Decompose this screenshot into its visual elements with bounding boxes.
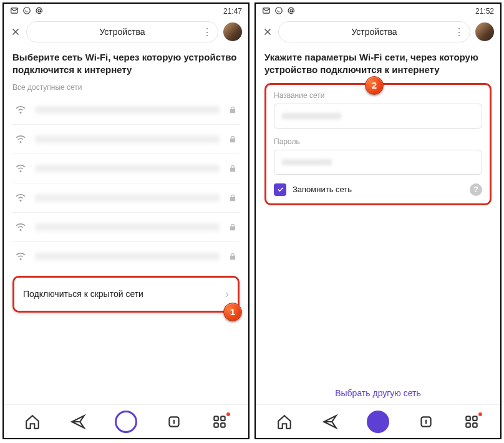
mail-icon (262, 6, 271, 17)
app-header: Устройства ⋮ (256, 17, 500, 49)
other-network-link[interactable]: Выбрать другую сеть (264, 388, 492, 404)
nav-send-icon[interactable] (322, 414, 338, 430)
remember-checkbox[interactable] (274, 183, 286, 196)
wifi-ssid-blurred (35, 253, 220, 260)
wifi-list-item[interactable] (12, 125, 240, 154)
page-heading: Укажите параметры Wi-Fi сети, через кото… (264, 51, 492, 77)
whatsapp-icon (22, 6, 31, 17)
close-icon[interactable] (262, 26, 273, 37)
svg-rect-13 (473, 416, 477, 421)
wifi-icon (15, 163, 26, 174)
callout-form: 2 Название сети Пароль Запомнить сеть ? (264, 83, 492, 205)
wifi-list-item[interactable] (12, 242, 240, 271)
header-pill[interactable]: Устройства ⋮ (26, 21, 218, 42)
nav-home-icon[interactable] (24, 414, 41, 430)
svg-rect-6 (214, 423, 218, 427)
wifi-icon (15, 192, 26, 203)
nav-grid-icon[interactable] (211, 414, 228, 430)
section-subhead: Все доступные сети (12, 83, 240, 92)
header-pill[interactable]: Устройства ⋮ (278, 21, 470, 42)
bottom-nav (256, 404, 500, 438)
status-bar: 21:47 (4, 4, 248, 17)
wifi-ssid-blurred (35, 135, 220, 143)
header-title: Устройства (99, 27, 145, 37)
close-icon[interactable] (10, 26, 21, 37)
status-bar: 21:52 (256, 4, 500, 17)
phone-screen-left: 21:47 Устройства ⋮ Выберите сеть Wi-Fi, … (2, 2, 250, 439)
password-label: Пароль (274, 137, 482, 146)
ssid-input[interactable] (274, 104, 482, 129)
ssid-value-blurred (282, 113, 341, 119)
wifi-list (12, 95, 240, 271)
whatsapp-icon (274, 6, 283, 17)
svg-point-2 (38, 9, 41, 11)
nav-alice-icon[interactable] (115, 411, 137, 433)
more-icon[interactable]: ⋮ (454, 26, 463, 38)
notification-dot (226, 412, 230, 416)
more-icon[interactable]: ⋮ (202, 26, 211, 38)
clock-time: 21:52 (475, 7, 494, 16)
lock-icon (228, 135, 237, 144)
wifi-icon (15, 104, 26, 115)
phone-screen-right: 21:52 Устройства ⋮ Укажите параметры Wi-… (254, 2, 502, 439)
wifi-ssid-blurred (35, 194, 220, 202)
annotation-badge: 2 (365, 76, 384, 95)
nav-home-icon[interactable] (276, 414, 293, 430)
notification-dot (478, 412, 482, 416)
svg-rect-5 (221, 416, 225, 421)
svg-rect-12 (466, 416, 470, 421)
annotation-badge: 1 (223, 303, 242, 321)
wifi-icon (15, 221, 26, 233)
lock-icon (228, 164, 237, 173)
at-icon (35, 6, 44, 17)
wifi-list-item[interactable] (12, 183, 240, 213)
header-title: Устройства (351, 27, 397, 37)
svg-rect-14 (466, 423, 470, 427)
lock-icon (228, 223, 237, 231)
password-value-blurred (282, 159, 332, 165)
nav-send-icon[interactable] (70, 414, 86, 430)
svg-point-10 (290, 9, 293, 11)
wifi-list-item[interactable] (12, 95, 240, 125)
wifi-icon (15, 251, 26, 262)
lock-icon (228, 193, 237, 202)
hidden-network-button[interactable]: Подключиться к скрытой сети › (14, 278, 238, 311)
mail-icon (10, 6, 19, 17)
at-icon (287, 6, 296, 17)
svg-point-9 (276, 7, 283, 14)
svg-rect-15 (473, 423, 477, 427)
avatar[interactable] (223, 22, 242, 41)
nav-alice-icon[interactable] (367, 411, 389, 433)
app-header: Устройства ⋮ (4, 17, 248, 49)
wifi-ssid-blurred (35, 106, 220, 114)
wifi-ssid-blurred (35, 223, 220, 231)
svg-rect-4 (214, 416, 218, 421)
help-icon[interactable]: ? (470, 183, 482, 196)
clock-time: 21:47 (223, 7, 242, 16)
chevron-right-icon: › (225, 288, 229, 301)
password-input[interactable] (274, 150, 482, 175)
wifi-icon (15, 134, 26, 145)
wifi-list-item[interactable] (12, 213, 240, 242)
bottom-nav (4, 404, 248, 438)
nav-tabs-icon[interactable] (418, 414, 434, 430)
nav-tabs-icon[interactable] (166, 414, 182, 430)
svg-rect-7 (221, 423, 225, 427)
nav-grid-icon[interactable] (463, 414, 480, 430)
lock-icon (228, 105, 237, 114)
hidden-network-label: Подключиться к скрытой сети (23, 289, 143, 299)
svg-point-1 (24, 7, 31, 14)
callout-hidden-network: Подключиться к скрытой сети › 1 (12, 276, 240, 313)
avatar[interactable] (475, 22, 494, 41)
wifi-list-item[interactable] (12, 154, 240, 183)
wifi-ssid-blurred (35, 165, 220, 172)
lock-icon (228, 252, 237, 261)
page-heading: Выберите сеть Wi-Fi, через которую устро… (12, 51, 240, 77)
remember-label: Запомнить сеть (293, 185, 352, 194)
